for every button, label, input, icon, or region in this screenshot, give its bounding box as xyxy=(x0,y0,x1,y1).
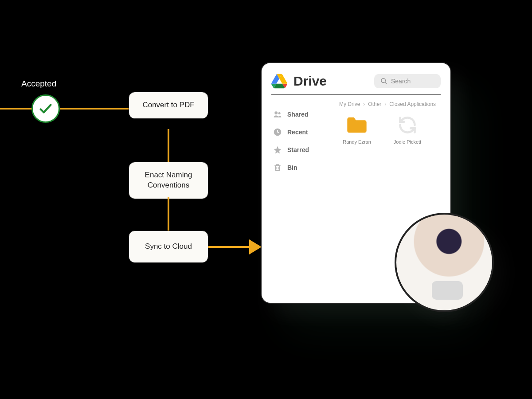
sidebar-item-starred[interactable]: Starred xyxy=(271,141,331,159)
breadcrumb: My Drive › Other › Closed Applications xyxy=(339,101,441,107)
connector-line xyxy=(168,197,169,231)
avatar xyxy=(395,213,494,312)
breadcrumb-item[interactable]: Other xyxy=(368,101,381,107)
drive-sidebar: Shared Recent Starred Bin xyxy=(271,95,331,228)
sidebar-item-label: Starred xyxy=(287,146,309,153)
step-naming-conventions: Enact Naming Conventions xyxy=(129,162,208,199)
sidebar-item-label: Recent xyxy=(287,129,308,136)
sidebar-item-shared[interactable]: Shared xyxy=(271,106,331,123)
chevron-right-icon: › xyxy=(384,101,386,107)
chevron-right-icon: › xyxy=(363,101,365,107)
accepted-check-icon xyxy=(31,94,60,123)
connector-line xyxy=(208,246,253,248)
breadcrumb-item[interactable]: Closed Applications xyxy=(389,101,436,107)
connector-line xyxy=(60,108,129,110)
sidebar-item-bin[interactable]: Bin xyxy=(271,159,331,176)
file-label: Randy Ezran xyxy=(343,139,371,145)
folder-icon xyxy=(345,115,368,135)
file-syncing[interactable]: Jodie Pickett xyxy=(390,115,425,145)
trash-icon xyxy=(273,163,282,172)
connector-line xyxy=(0,108,32,110)
star-icon xyxy=(273,145,282,154)
arrow-right-icon xyxy=(249,239,262,254)
breadcrumb-item[interactable]: My Drive xyxy=(339,101,360,107)
svg-point-2 xyxy=(274,111,278,114)
search-input[interactable]: Search xyxy=(374,74,441,88)
svg-point-0 xyxy=(381,78,385,82)
accepted-label: Accepted xyxy=(21,79,56,89)
connector-line xyxy=(168,129,169,162)
google-drive-icon xyxy=(271,74,287,89)
file-folder[interactable]: Randy Ezran xyxy=(339,115,375,145)
sidebar-item-label: Bin xyxy=(287,164,297,171)
clock-icon xyxy=(273,128,282,137)
search-placeholder: Search xyxy=(391,78,411,85)
svg-point-3 xyxy=(278,112,281,114)
step-convert-pdf: Convert to PDF xyxy=(129,92,208,119)
drive-title: Drive xyxy=(293,74,368,89)
sidebar-item-recent[interactable]: Recent xyxy=(271,123,331,141)
sidebar-item-label: Shared xyxy=(287,111,308,118)
step-sync-cloud: Sync to Cloud xyxy=(129,231,208,263)
sync-icon xyxy=(398,115,417,135)
search-icon xyxy=(380,78,387,85)
file-label: Jodie Pickett xyxy=(394,139,421,145)
people-icon xyxy=(273,110,282,119)
svg-line-1 xyxy=(385,82,387,84)
